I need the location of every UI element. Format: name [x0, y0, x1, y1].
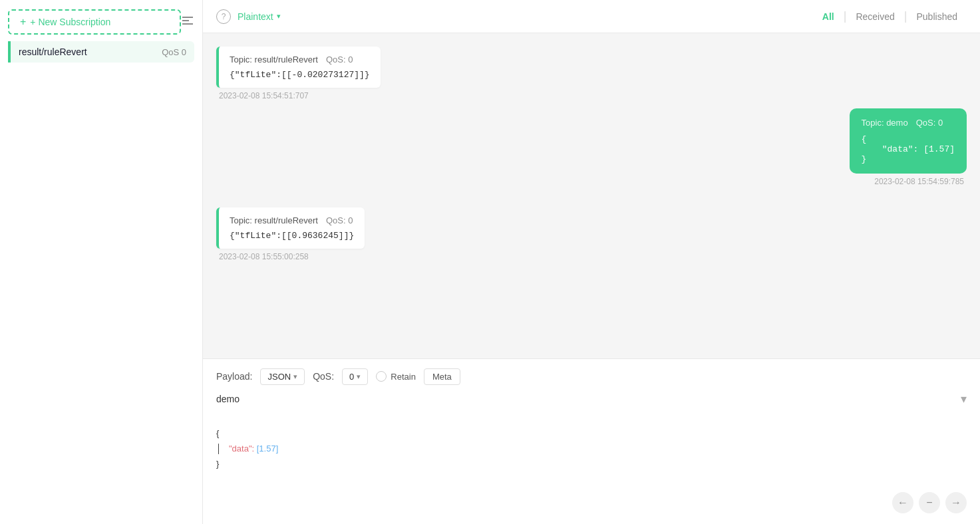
retain-label: Retain [391, 372, 416, 382]
sent-area: Topic: demo QoS: 0 { "data": [1.57] } 20… [216, 108, 967, 194]
qos-label: QoS: [313, 371, 334, 382]
bubble-meta-2: Topic: result/ruleRevert QoS: 0 [230, 215, 354, 225]
message-1-qos: QoS: 0 [326, 55, 353, 65]
payload-label: Payload: [216, 371, 252, 382]
payload-format-arrow: ▾ [293, 372, 297, 381]
qos-arrow: ▾ [357, 372, 361, 381]
subscription-topic: result/ruleRevert [19, 47, 87, 57]
compose-payload-code[interactable]: { │ "data": [1.57] } [216, 412, 967, 487]
message-3-timestamp: 2023-02-08 15:55:00:258 [216, 252, 309, 261]
new-subscription-button[interactable]: + + New Subscription [8, 9, 181, 35]
message-3-topic: Topic: result/ruleRevert [230, 215, 318, 225]
filter-published-button[interactable]: Published [907, 9, 967, 25]
message-received-2: Topic: result/ruleRevert QoS: 0 {"tfLite… [216, 207, 967, 261]
qos-select[interactable]: 0 ▾ [342, 368, 368, 385]
compose-payload-container: { │ "data": [1.57] } ← − → [216, 412, 967, 513]
message-sent-payload: { "data": [1.57] } [862, 134, 955, 164]
payload-format-select[interactable]: JSON ▾ [260, 368, 305, 385]
payload-json-value: [1.57] [254, 444, 278, 454]
sidebar-top-row: + + New Subscription [8, 9, 194, 35]
payload-close-brace: } [216, 459, 219, 469]
message-1-timestamp: 2023-02-08 15:54:51:707 [216, 91, 309, 100]
subscription-qos-badge: QoS 0 [162, 47, 186, 57]
chevron-down-icon: ▾ [277, 12, 281, 21]
message-1-payload: {"tfLite":[[-0.020273127]]} [230, 70, 370, 80]
message-sent-qos: QoS: 0 [916, 118, 943, 128]
compose-send-button[interactable]: → [945, 492, 967, 513]
format-label: Plaintext [238, 11, 273, 22]
compose-toolbar: Payload: JSON ▾ QoS: 0 ▾ Retain Meta [216, 368, 967, 385]
compose-topic-value[interactable]: demo [216, 394, 240, 404]
retain-group: Retain [376, 371, 416, 382]
plus-icon: + [20, 17, 26, 27]
message-sent-1: Topic: demo QoS: 0 { "data": [1.57] } 20… [850, 108, 967, 186]
compose-action-buttons: ← − → [892, 492, 967, 513]
format-selector[interactable]: Plaintext ▾ [238, 11, 281, 22]
message-3-qos: QoS: 0 [326, 215, 353, 225]
main-area: ? Plaintext ▾ All | Received | Published… [203, 0, 980, 524]
message-sent-timestamp: 2023-02-08 15:54:59:785 [872, 177, 967, 186]
messages-area: Topic: result/ruleRevert QoS: 0 {"tfLite… [203, 33, 980, 358]
subscription-item[interactable]: result/ruleRevert QoS 0 [8, 41, 194, 63]
compose-minus-button[interactable]: − [919, 492, 940, 513]
qos-value: 0 [349, 372, 354, 382]
meta-button[interactable]: Meta [424, 368, 460, 385]
new-subscription-label: + New Subscription [30, 17, 110, 27]
payload-format-value: JSON [267, 372, 291, 382]
filter-all-button[interactable]: All [813, 9, 844, 25]
help-icon[interactable]: ? [216, 9, 231, 24]
message-1-topic: Topic: result/ruleRevert [230, 55, 318, 65]
bubble-received-2: Topic: result/ruleRevert QoS: 0 {"tfLite… [216, 207, 365, 249]
filter-received-button[interactable]: Received [846, 9, 903, 25]
compose-back-button[interactable]: ← [892, 492, 913, 513]
collapse-sidebar-icon[interactable] [181, 15, 194, 29]
retain-checkbox[interactable] [376, 371, 387, 382]
compose-area: Payload: JSON ▾ QoS: 0 ▾ Retain Meta dem… [203, 358, 980, 524]
help-icon-label: ? [222, 12, 226, 21]
bubble-sent-1: Topic: demo QoS: 0 { "data": [1.57] } [850, 108, 967, 174]
message-received-1: Topic: result/ruleRevert QoS: 0 {"tfLite… [216, 47, 967, 100]
payload-key-line: │ [216, 444, 224, 454]
header-left: ? Plaintext ▾ [216, 9, 281, 24]
filter-buttons: All | Received | Published [813, 9, 967, 25]
bubble-sent-meta: Topic: demo QoS: 0 [862, 118, 955, 128]
payload-json-key: "data": [224, 444, 254, 454]
bubble-meta-1: Topic: result/ruleRevert QoS: 0 [230, 55, 370, 65]
topic-expand-icon[interactable]: ▾ [961, 392, 967, 406]
message-sent-topic: Topic: demo [862, 118, 908, 128]
sidebar: + + New Subscription result/ruleRevert Q… [0, 0, 203, 524]
message-3-payload: {"tfLite":[[0.9636245]]} [230, 231, 354, 241]
header: ? Plaintext ▾ All | Received | Published [203, 0, 980, 33]
bubble-received-1: Topic: result/ruleRevert QoS: 0 {"tfLite… [216, 47, 381, 88]
payload-open-brace: { [216, 428, 219, 438]
